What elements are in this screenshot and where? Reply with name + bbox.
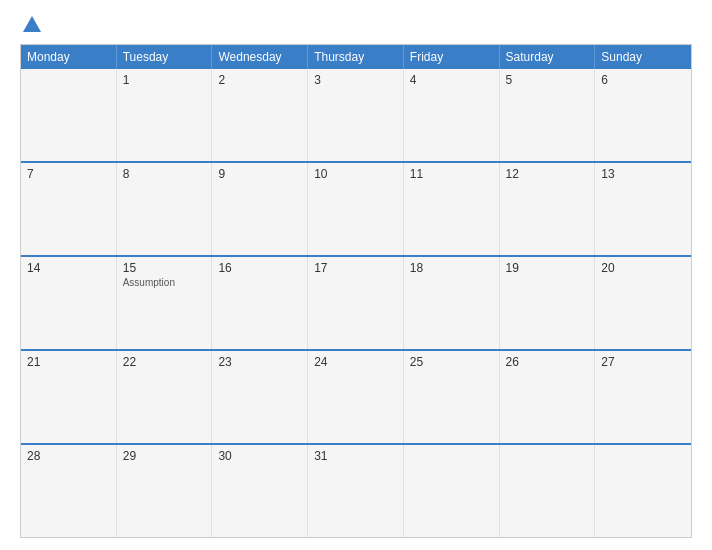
calendar-cell: 22 bbox=[117, 351, 213, 443]
day-number: 24 bbox=[314, 355, 397, 369]
calendar-cell: 3 bbox=[308, 69, 404, 161]
day-number: 15 bbox=[123, 261, 206, 275]
calendar-cell: 7 bbox=[21, 163, 117, 255]
day-number: 1 bbox=[123, 73, 206, 87]
calendar-cell: 19 bbox=[500, 257, 596, 349]
calendar-cell: 18 bbox=[404, 257, 500, 349]
calendar-week-4: 21222324252627 bbox=[21, 349, 691, 443]
calendar-cell bbox=[500, 445, 596, 537]
header-day-saturday: Saturday bbox=[500, 45, 596, 69]
calendar-cell: 16 bbox=[212, 257, 308, 349]
calendar-cell: 28 bbox=[21, 445, 117, 537]
calendar-cell: 14 bbox=[21, 257, 117, 349]
header-day-wednesday: Wednesday bbox=[212, 45, 308, 69]
calendar-cell: 6 bbox=[595, 69, 691, 161]
day-number: 19 bbox=[506, 261, 589, 275]
header-day-tuesday: Tuesday bbox=[117, 45, 213, 69]
day-number: 22 bbox=[123, 355, 206, 369]
calendar-cell: 10 bbox=[308, 163, 404, 255]
logo bbox=[20, 16, 41, 34]
day-number: 29 bbox=[123, 449, 206, 463]
calendar-header: MondayTuesdayWednesdayThursdayFridaySatu… bbox=[21, 45, 691, 69]
day-number: 31 bbox=[314, 449, 397, 463]
calendar-cell: 9 bbox=[212, 163, 308, 255]
day-number: 6 bbox=[601, 73, 685, 87]
calendar-cell: 21 bbox=[21, 351, 117, 443]
day-number: 25 bbox=[410, 355, 493, 369]
day-number: 11 bbox=[410, 167, 493, 181]
day-number: 17 bbox=[314, 261, 397, 275]
header bbox=[20, 16, 692, 34]
day-number: 12 bbox=[506, 167, 589, 181]
calendar-cell: 29 bbox=[117, 445, 213, 537]
calendar-cell bbox=[404, 445, 500, 537]
calendar-cell: 2 bbox=[212, 69, 308, 161]
day-number: 21 bbox=[27, 355, 110, 369]
logo-triangle-icon bbox=[23, 16, 41, 32]
calendar-page: MondayTuesdayWednesdayThursdayFridaySatu… bbox=[0, 0, 712, 550]
calendar-week-3: 1415Assumption1617181920 bbox=[21, 255, 691, 349]
calendar-cell: 15Assumption bbox=[117, 257, 213, 349]
header-day-monday: Monday bbox=[21, 45, 117, 69]
day-number: 5 bbox=[506, 73, 589, 87]
calendar-cell: 30 bbox=[212, 445, 308, 537]
day-number: 10 bbox=[314, 167, 397, 181]
day-number: 4 bbox=[410, 73, 493, 87]
day-number: 28 bbox=[27, 449, 110, 463]
day-number: 7 bbox=[27, 167, 110, 181]
day-number: 20 bbox=[601, 261, 685, 275]
calendar-cell: 12 bbox=[500, 163, 596, 255]
calendar-cell: 8 bbox=[117, 163, 213, 255]
day-number: 16 bbox=[218, 261, 301, 275]
calendar-cell: 1 bbox=[117, 69, 213, 161]
day-number: 8 bbox=[123, 167, 206, 181]
calendar-body: 123456789101112131415Assumption161718192… bbox=[21, 69, 691, 537]
day-number: 23 bbox=[218, 355, 301, 369]
calendar-cell: 4 bbox=[404, 69, 500, 161]
day-number: 13 bbox=[601, 167, 685, 181]
calendar-cell: 27 bbox=[595, 351, 691, 443]
event-label: Assumption bbox=[123, 277, 206, 288]
header-day-friday: Friday bbox=[404, 45, 500, 69]
day-number: 30 bbox=[218, 449, 301, 463]
day-number: 14 bbox=[27, 261, 110, 275]
calendar-cell: 5 bbox=[500, 69, 596, 161]
calendar-cell bbox=[595, 445, 691, 537]
day-number: 26 bbox=[506, 355, 589, 369]
calendar-cell: 31 bbox=[308, 445, 404, 537]
header-day-thursday: Thursday bbox=[308, 45, 404, 69]
calendar-grid: MondayTuesdayWednesdayThursdayFridaySatu… bbox=[20, 44, 692, 538]
calendar-week-2: 78910111213 bbox=[21, 161, 691, 255]
calendar-cell: 11 bbox=[404, 163, 500, 255]
calendar-week-5: 28293031 bbox=[21, 443, 691, 537]
calendar-cell: 24 bbox=[308, 351, 404, 443]
calendar-cell: 23 bbox=[212, 351, 308, 443]
day-number: 18 bbox=[410, 261, 493, 275]
calendar-cell bbox=[21, 69, 117, 161]
calendar-cell: 25 bbox=[404, 351, 500, 443]
day-number: 27 bbox=[601, 355, 685, 369]
calendar-cell: 20 bbox=[595, 257, 691, 349]
calendar-cell: 17 bbox=[308, 257, 404, 349]
header-day-sunday: Sunday bbox=[595, 45, 691, 69]
day-number: 3 bbox=[314, 73, 397, 87]
calendar-cell: 26 bbox=[500, 351, 596, 443]
day-number: 2 bbox=[218, 73, 301, 87]
day-number: 9 bbox=[218, 167, 301, 181]
calendar-cell: 13 bbox=[595, 163, 691, 255]
calendar-week-1: 123456 bbox=[21, 69, 691, 161]
